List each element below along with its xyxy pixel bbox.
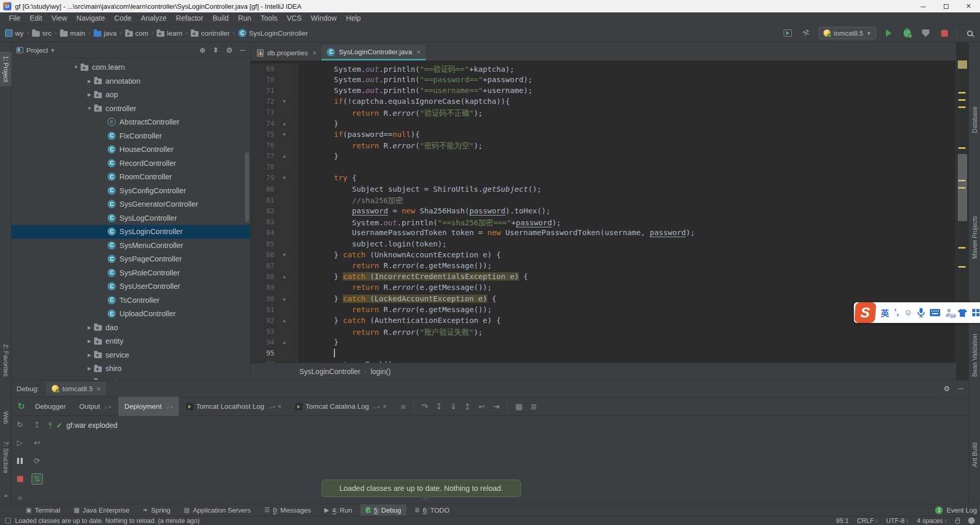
run-configuration-select[interactable]: tomcat8.5 ▼ xyxy=(819,27,876,39)
lock-icon[interactable] xyxy=(955,520,960,523)
tree-item-entity[interactable]: ▶entity xyxy=(11,334,250,348)
tree-item-annotation[interactable]: ▶annotation xyxy=(11,74,250,88)
tree-expand-icon[interactable]: ▶ xyxy=(85,366,94,371)
line-ending-select[interactable]: CRLF ↕ xyxy=(857,517,878,524)
run-to-cursor-icon[interactable]: ⇥ xyxy=(493,402,499,411)
editor-gutter[interactable]: 76 xyxy=(251,140,298,150)
code-line-text[interactable]: } xyxy=(298,152,339,160)
fold-marker-icon[interactable]: ▲ xyxy=(274,339,294,345)
debug-tab-tomcat-localhost-log[interactable]: Tomcat Localhost Log→•× xyxy=(180,397,288,416)
code-line-69[interactable]: 69System.out.println("==验证码=="+kaptcha); xyxy=(251,63,969,74)
code-line-text[interactable]: } catch (UnknownAccountException e) { xyxy=(298,251,501,259)
tree-collapse-icon[interactable]: ▼ xyxy=(71,65,81,70)
code-line-text[interactable]: return R.error("密码不能为空"); xyxy=(298,140,483,150)
code-line-text[interactable]: subject.login(token); xyxy=(298,240,447,248)
code-line-text[interactable]: } catch (AuthenticationException e) { xyxy=(298,316,501,325)
code-line-text[interactable]: System.out.println("==sha256加密==="+passw… xyxy=(298,217,561,227)
more-actions-icon[interactable]: » xyxy=(14,491,26,503)
tool-button-0-messages[interactable]: ☰0: Messages xyxy=(259,504,316,516)
editor-tab-db-properties[interactable]: db.properties× xyxy=(252,45,321,60)
tool-button-spring[interactable]: ❧Spring xyxy=(137,504,176,516)
code-line-text[interactable]: return R.error("验证码不正确"); xyxy=(298,107,483,118)
search-everywhere-icon[interactable] xyxy=(963,27,976,39)
highlighting-level-icon[interactable] xyxy=(968,517,975,524)
resume-program-icon[interactable]: ▷ xyxy=(14,437,26,449)
menu-help[interactable]: Help xyxy=(341,12,365,24)
fold-marker-icon[interactable]: ▼ xyxy=(274,99,294,104)
fold-marker-icon[interactable]: ▼ xyxy=(274,132,294,137)
pause-icon[interactable] xyxy=(14,455,26,467)
code-line-76[interactable]: 76 return R.error("密码不能为空"); xyxy=(251,140,969,150)
drop-frame-icon[interactable]: ↩ xyxy=(479,402,485,411)
microphone-icon[interactable] xyxy=(917,308,925,317)
tree-item-sysmenucontroller[interactable]: CSysMenuController xyxy=(11,239,250,253)
menu-edit[interactable]: Edit xyxy=(25,12,47,24)
evaluate-expression-icon[interactable]: ▦ xyxy=(515,402,523,411)
tool-stripe-favorites[interactable]: 2: Favorites xyxy=(0,341,11,380)
menu-tools[interactable]: Tools xyxy=(256,12,282,24)
close-icon[interactable]: × xyxy=(278,403,282,410)
tool-button-terminal[interactable]: ▣Terminal xyxy=(21,504,65,516)
code-line-text[interactable]: return R.error(e.getMessage()); xyxy=(298,305,492,314)
tool-stripe-web[interactable]: Web xyxy=(0,408,11,427)
tree-item-housecontroller[interactable]: CHouseController xyxy=(11,143,250,157)
editor-gutter[interactable]: 90▲ xyxy=(251,293,298,304)
menu-analyze[interactable]: Analyze xyxy=(136,12,172,24)
editor-gutter[interactable]: 83 xyxy=(251,217,298,227)
code-line-text[interactable]: } catch (IncorrectCredentialsException e… xyxy=(298,272,528,281)
toolbox-grid-icon[interactable] xyxy=(972,309,979,316)
stop-button[interactable] xyxy=(938,27,951,39)
build-hammer-icon[interactable]: ⚒ xyxy=(800,27,813,39)
editor-breadcrumb-item[interactable]: login() xyxy=(371,367,391,376)
menu-file[interactable]: File xyxy=(4,12,25,24)
editor-gutter[interactable]: 73 xyxy=(251,107,298,118)
code-line-88[interactable]: 88▲} catch (IncorrectCredentialsExceptio… xyxy=(251,271,969,282)
tree-collapse-icon[interactable]: ▼ xyxy=(85,106,94,111)
code-line-text[interactable]: System.out.println("==username=="+userna… xyxy=(298,86,532,95)
code-line-text[interactable]: System.out.println("==password=="+passwo… xyxy=(298,75,532,84)
force-step-into-icon[interactable]: ⇓ xyxy=(450,402,457,411)
close-icon[interactable]: × xyxy=(417,48,421,56)
tool-stripe-database[interactable]: Database xyxy=(969,103,980,136)
code-line-text[interactable]: return R.ok(); xyxy=(298,360,397,363)
menu-code[interactable]: Code xyxy=(110,12,136,24)
fold-marker-icon[interactable]: ▼ xyxy=(274,252,294,257)
error-stripe-mark[interactable] xyxy=(958,99,966,101)
breadcrumb-item-src[interactable]: src xyxy=(31,28,53,38)
update-running-application-icon[interactable]: ⇅ xyxy=(32,473,43,485)
deploy-icon[interactable]: ↥ xyxy=(32,419,43,430)
editor-gutter[interactable]: 69 xyxy=(251,63,298,74)
menu-view[interactable]: View xyxy=(47,12,72,24)
editor-gutter[interactable]: 86▼ xyxy=(251,249,298,260)
debug-tab-deployment[interactable]: Deployment→• xyxy=(118,397,179,416)
code-line-86[interactable]: 86▼} catch (UnknownAccountException e) { xyxy=(251,249,969,260)
editor-gutter[interactable]: 81 xyxy=(251,194,298,205)
breadcrumb-item-com[interactable]: com xyxy=(124,28,150,38)
close-button[interactable]: × xyxy=(957,0,980,12)
indent-select[interactable]: 4 spaces ↕ xyxy=(917,517,947,524)
inspection-indicator[interactable] xyxy=(958,60,967,69)
code-line-79[interactable]: 79▼try { xyxy=(251,173,969,183)
editor-gutter[interactable]: 89 xyxy=(251,282,298,293)
hide-panel-icon[interactable]: ─ xyxy=(958,384,963,393)
fold-marker-icon[interactable]: ▲ xyxy=(274,121,294,126)
error-stripe-mark[interactable] xyxy=(958,92,966,94)
error-stripe-mark[interactable] xyxy=(958,247,966,249)
code-line-82[interactable]: 82 password = new Sha256Hash(password).t… xyxy=(251,205,969,216)
editor-gutter[interactable]: 77▲ xyxy=(251,151,298,162)
code-line-text[interactable]: try { xyxy=(298,174,357,182)
debug-tab-tomcat-catalina-log[interactable]: Tomcat Catalina Log→•× xyxy=(289,397,393,416)
tree-item-sysrolecontroller[interactable]: CSysRoleController xyxy=(11,266,250,280)
fold-marker-icon[interactable]: ▲ xyxy=(274,296,294,301)
gear-icon[interactable]: ⚙ xyxy=(226,46,233,54)
code-line-84[interactable]: 84 UsernamePasswordToken token = new Use… xyxy=(251,227,969,238)
tree-item-sysconfigcontroller[interactable]: CSysConfigController xyxy=(11,184,250,198)
project-view-selector[interactable]: Project ▼ xyxy=(26,47,55,54)
code-line-77[interactable]: 77▲} xyxy=(251,151,969,162)
breadcrumb-item-syslogincontroller[interactable]: CSysLoginController xyxy=(237,28,309,38)
code-line-73[interactable]: 73 return R.error("验证码不正确"); xyxy=(251,107,969,118)
code-line-text[interactable] xyxy=(298,349,335,358)
editor-gutter[interactable]: 82 xyxy=(251,205,298,216)
error-stripe-mark[interactable] xyxy=(958,147,966,149)
editor-scrollbar-thumb[interactable] xyxy=(958,154,967,221)
